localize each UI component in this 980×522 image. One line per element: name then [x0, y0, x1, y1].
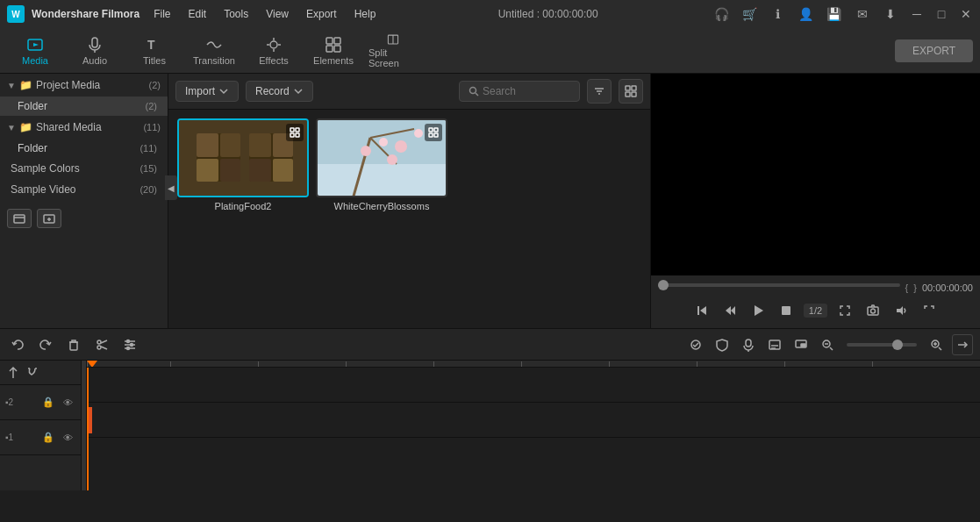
track-2-lock[interactable]: 🔒	[40, 395, 56, 411]
fullscreen-btn[interactable]	[834, 300, 855, 321]
cut-btn[interactable]	[91, 334, 112, 355]
stop-btn[interactable]	[776, 300, 797, 321]
splitscreen-icon	[384, 33, 402, 46]
menu-help[interactable]: Help	[347, 6, 383, 22]
shared-media-header[interactable]: ▼ 📁 Shared Media (11)	[0, 116, 168, 139]
main-toolbar: Media Audio T Titles Transition Effects …	[0, 28, 980, 74]
preview-slider[interactable]	[658, 283, 900, 287]
track-1-lock[interactable]: 🔒	[40, 430, 56, 446]
search-box[interactable]	[459, 81, 580, 102]
menu-file[interactable]: File	[147, 6, 177, 22]
preview-panel: { } 00:00:00:00 1/2	[650, 74, 980, 328]
volume-btn[interactable]	[891, 300, 912, 321]
beautify-btn[interactable]	[685, 334, 706, 355]
toolbar-media[interactable]: Media	[7, 30, 63, 72]
maximize-button[interactable]: □	[934, 7, 948, 21]
track-2-eye[interactable]: 👁	[60, 395, 75, 411]
menu-export[interactable]: Export	[299, 6, 344, 22]
download-icon[interactable]: ⬇	[882, 5, 899, 23]
cart-icon[interactable]: 🛒	[741, 5, 759, 23]
media-item-1[interactable]: PlatingFood2	[177, 118, 309, 211]
collapse-panel-btn[interactable]: ◀	[165, 175, 168, 200]
beautify-icon	[689, 338, 703, 352]
redo-btn[interactable]	[35, 334, 56, 355]
toolbar-titles[interactable]: T Titles	[126, 30, 182, 72]
subtitle-icon	[768, 338, 782, 352]
person-icon[interactable]: 👤	[798, 5, 815, 23]
headphone-icon[interactable]: 🎧	[713, 5, 731, 23]
project-media-header[interactable]: ▼ 📁 Project Media (2)	[0, 74, 168, 97]
toolbar-audio[interactable]: Audio	[67, 30, 123, 72]
shared-media-label: Shared Media	[36, 121, 140, 133]
timeline-right-controls	[685, 334, 973, 355]
menu-edit[interactable]: Edit	[181, 6, 213, 22]
shield-btn[interactable]	[712, 334, 733, 355]
filter-button[interactable]	[587, 79, 612, 104]
preview-ratio[interactable]: 1/2	[804, 304, 827, 318]
svg-rect-24	[626, 86, 630, 90]
sample-video-row[interactable]: Sample Video (20)	[0, 179, 168, 200]
undo-btn[interactable]	[7, 334, 28, 355]
tick-8: 00:00:40:00	[784, 361, 826, 367]
subtitle-btn[interactable]	[764, 334, 785, 355]
media-item-2[interactable]: WhiteCherryBlossoms	[316, 118, 447, 211]
grid-view-button[interactable]	[619, 79, 643, 104]
snap-btn[interactable]	[5, 365, 21, 381]
svg-rect-56	[434, 133, 438, 137]
track-row-1[interactable]	[87, 403, 980, 438]
track-row-2[interactable]	[87, 368, 980, 403]
adjust-btn[interactable]	[119, 334, 140, 355]
pip-btn[interactable]	[790, 334, 812, 355]
play-btn[interactable]	[748, 300, 769, 321]
search-input[interactable]	[483, 85, 570, 97]
close-button[interactable]: ✕	[959, 7, 973, 21]
import-dropdown[interactable]: Import	[175, 81, 239, 102]
export-button[interactable]: EXPORT	[895, 39, 973, 62]
save-icon[interactable]: 💾	[826, 5, 843, 23]
skip-back-btn[interactable]	[719, 300, 740, 321]
tick-9: 00:00:45:00	[872, 361, 914, 367]
prev-frame-btn[interactable]	[691, 300, 712, 321]
zoom-out-icon	[820, 338, 834, 352]
search-icon	[469, 86, 479, 97]
track-empty-area[interactable]	[87, 438, 980, 490]
track-1-label: ▪1	[5, 433, 37, 442]
toolbar-splitscreen[interactable]: Split Screen	[365, 30, 421, 72]
titles-label: Titles	[143, 55, 166, 66]
magnet-btn[interactable]	[25, 365, 40, 381]
record-dropdown[interactable]: Record	[246, 81, 313, 102]
menu-view[interactable]: View	[259, 6, 296, 22]
content-area: Import Record	[168, 74, 650, 328]
svg-marker-59	[726, 306, 731, 315]
track-1-eye[interactable]: 👁	[60, 430, 75, 446]
svg-rect-78	[746, 340, 751, 347]
minimize-button[interactable]: ─	[910, 7, 924, 21]
svg-rect-15	[14, 215, 25, 223]
folder-row-shared[interactable]: Folder (11)	[0, 139, 168, 158]
toolbar-effects[interactable]: Effects	[246, 30, 302, 72]
grid-icon	[625, 85, 637, 97]
add-media-btn[interactable]	[7, 209, 32, 228]
menu-bar: File Edit Tools View Export Help	[147, 6, 383, 22]
toolbar-elements[interactable]: Elements	[305, 30, 361, 72]
sample-colors-row[interactable]: Sample Colors (15)	[0, 158, 168, 179]
delete-btn[interactable]	[63, 334, 84, 355]
expand-preview-btn[interactable]	[919, 300, 940, 321]
mail-icon[interactable]: ✉	[854, 5, 871, 23]
sample-video-count: (20)	[139, 184, 157, 195]
toolbar-transition[interactable]: Transition	[186, 30, 242, 72]
new-folder-btn[interactable]	[37, 209, 61, 228]
transition-label: Transition	[193, 55, 235, 66]
svg-rect-58	[697, 306, 699, 315]
mic-btn[interactable]	[738, 334, 759, 355]
folder-row-project[interactable]: Folder (2)	[0, 97, 168, 116]
zoom-slider[interactable]	[847, 343, 917, 347]
snapshot-btn[interactable]	[862, 300, 883, 321]
zoom-in-btn[interactable]	[926, 334, 947, 355]
splitscreen-label: Split Screen	[368, 47, 418, 68]
menu-tools[interactable]: Tools	[217, 6, 255, 22]
timeline-extra-btn[interactable]	[952, 334, 973, 355]
zoom-out-btn[interactable]	[817, 334, 838, 355]
mic-icon	[741, 338, 755, 352]
info-icon[interactable]: ℹ	[769, 5, 787, 23]
